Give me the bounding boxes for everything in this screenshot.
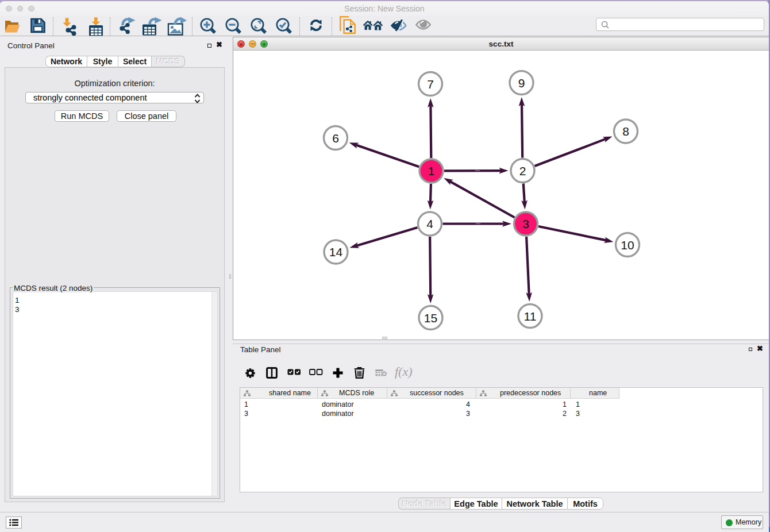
svg-text:1: 1: [428, 164, 435, 178]
svg-text:14: 14: [329, 245, 343, 259]
svg-text:4: 4: [426, 217, 433, 230]
svg-text:7: 7: [427, 78, 434, 91]
svg-text:11: 11: [524, 310, 537, 323]
svg-text:6: 6: [332, 132, 339, 145]
svg-text:15: 15: [424, 311, 437, 325]
svg-text:3: 3: [522, 217, 529, 230]
svg-text:9: 9: [518, 76, 525, 90]
svg-text:8: 8: [622, 125, 629, 138]
svg-text:10: 10: [621, 238, 634, 252]
svg-text:2: 2: [519, 164, 526, 178]
